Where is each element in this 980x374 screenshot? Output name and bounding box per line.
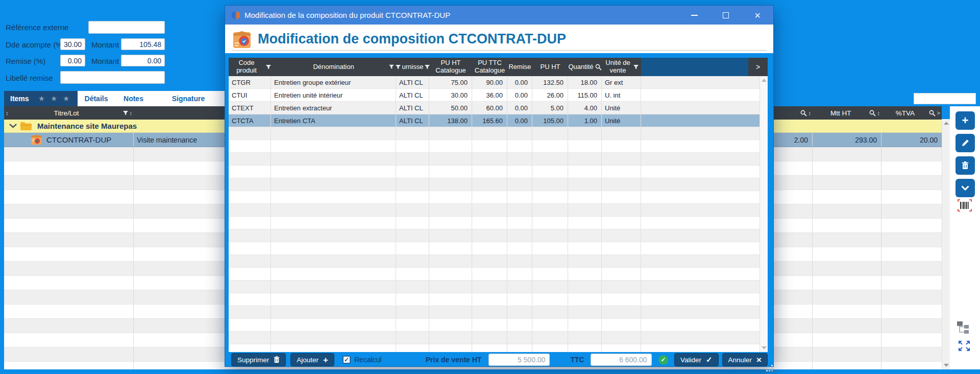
tab-notes[interactable]: Notes (115, 91, 152, 106)
table-row[interactable] (229, 332, 768, 344)
table-row[interactable] (229, 242, 768, 255)
table-row[interactable] (229, 217, 768, 229)
dde-acompte-input[interactable] (60, 38, 85, 50)
check-icon: ✓ (706, 355, 713, 364)
acompte-montant-input[interactable] (121, 38, 165, 50)
sort-icon[interactable]: ↕ (130, 110, 133, 116)
header-code-produit[interactable]: Code produit (229, 58, 271, 76)
header-pu-ht[interactable]: PU HT (532, 58, 568, 76)
scroll-down-icon[interactable] (944, 364, 949, 367)
prix-vente-ht-input[interactable] (488, 354, 550, 366)
remise-input[interactable] (60, 55, 85, 66)
fournisseur-label: urnisse (402, 63, 424, 71)
items-table-scrollbar[interactable] (942, 119, 950, 369)
table-row[interactable] (229, 319, 768, 332)
table-row[interactable] (229, 191, 768, 204)
delete-item-button[interactable] (955, 156, 975, 175)
scroll-down-icon[interactable] (762, 346, 767, 349)
table-row[interactable] (229, 229, 768, 242)
delete-line-button[interactable]: Supprimer (231, 353, 286, 366)
validate-button[interactable]: Valider ✓ (674, 353, 719, 366)
composition-scrollbar[interactable] (760, 76, 768, 352)
maximize-button[interactable] (710, 6, 742, 25)
header-fournisseur[interactable]: urnisse (396, 58, 429, 76)
header-unite-vente[interactable]: Unité de vente (602, 58, 641, 76)
table-row[interactable] (229, 255, 768, 268)
dialog-titlebar[interactable]: Modification de la composition du produi… (225, 6, 773, 25)
minimize-button[interactable] (678, 6, 710, 25)
tab-items[interactable]: Items ★ ★ ★ (4, 91, 78, 106)
resize-grip[interactable] (767, 365, 773, 371)
table-row[interactable]: CTGREntretien groupe extérieurALTI CL75.… (229, 76, 768, 89)
filter-icon[interactable] (123, 111, 128, 115)
table-row[interactable] (229, 268, 768, 280)
cancel-dialog-button[interactable]: Annuler × (722, 353, 768, 366)
table-row[interactable] (229, 153, 768, 166)
table-row[interactable] (229, 178, 768, 191)
composition-table-header[interactable]: Code produit Dénomination urnisse PU HT … (229, 58, 768, 76)
barcode-icon[interactable] (958, 199, 972, 212)
add-line-button[interactable]: Ajouter + (290, 353, 334, 366)
sort-icon[interactable]: ↕ (877, 110, 880, 116)
scroll-up-icon[interactable] (944, 122, 949, 125)
table-cell (532, 306, 568, 318)
sort-icon[interactable]: ↕ (6, 110, 9, 116)
header-quantite[interactable]: Quantité (568, 58, 602, 76)
header-titre-lot[interactable]: ↕ Titre/Lot ↕ (4, 106, 134, 120)
quick-filter-input[interactable] (914, 93, 976, 104)
header-selected-column[interactable] (641, 58, 748, 76)
move-down-button[interactable] (955, 179, 975, 197)
filter-icon[interactable] (266, 65, 271, 69)
table-row[interactable] (229, 280, 768, 293)
add-item-button[interactable]: + (955, 111, 975, 130)
table-cell (429, 217, 472, 229)
recalc-checkbox[interactable]: ✓ (342, 356, 351, 364)
libelle-remise-input[interactable] (60, 71, 165, 84)
table-cell (507, 268, 532, 280)
table-row[interactable] (229, 127, 768, 140)
table-row[interactable]: CTUIEntretien unité intérieurALTI CL30.0… (229, 89, 768, 102)
table-row[interactable] (229, 204, 768, 217)
table-cell (602, 268, 641, 280)
expand-icon[interactable] (958, 340, 970, 352)
hierarchy-icon[interactable] (957, 321, 971, 334)
table-row[interactable] (229, 293, 768, 306)
edit-item-button[interactable] (955, 134, 975, 152)
table-row[interactable]: CTCTAEntretien CTAALTI CL138.00165.600.0… (229, 114, 768, 127)
table-row[interactable]: CTEXTEntretien extracteurALTI CL50.0060.… (229, 102, 768, 114)
plus-icon: + (323, 356, 328, 364)
tab-details[interactable]: Détails (78, 91, 115, 106)
table-cell (641, 217, 768, 229)
header-mtt-ht[interactable]: Mtt HT ↕ (813, 106, 881, 120)
table-cell (813, 233, 881, 247)
header-denomination[interactable]: Dénomination (271, 58, 396, 76)
search-icon[interactable] (800, 110, 807, 116)
table-row[interactable] (229, 140, 768, 153)
reference-externe-input[interactable] (88, 21, 165, 34)
scroll-up-icon[interactable] (762, 79, 767, 82)
header-remise[interactable]: Remise (507, 58, 532, 76)
table-row[interactable] (229, 166, 768, 178)
chevron-down-icon[interactable] (9, 124, 17, 128)
filter-icon[interactable] (389, 65, 394, 69)
table-cell (507, 153, 532, 165)
table-cell (229, 127, 271, 139)
search-icon[interactable] (929, 110, 936, 116)
column-chooser-button[interactable]: > (748, 58, 768, 76)
header-pu-ht-catalogue[interactable]: PU HT Catalogue (429, 58, 472, 76)
search-icon[interactable] (869, 110, 876, 116)
table-row[interactable] (229, 344, 768, 352)
close-button[interactable]: × (742, 6, 773, 25)
table-row[interactable] (229, 306, 768, 319)
header-pu-ttc-catalogue[interactable]: PU TTC Catalogue (472, 58, 507, 76)
sort-icon[interactable]: ↕ (808, 110, 812, 116)
prix-vente-ttc-input[interactable] (591, 354, 652, 366)
chevron-right-icon[interactable]: > (937, 110, 940, 116)
filter-icon[interactable] (396, 65, 401, 69)
search-icon[interactable] (595, 64, 602, 71)
table-cell (568, 255, 602, 267)
tab-signature[interactable]: Signature (152, 91, 225, 106)
remise-montant-input[interactable] (121, 55, 165, 66)
filter-icon[interactable] (633, 65, 639, 69)
header-tva[interactable]: %TVA > (881, 106, 942, 120)
